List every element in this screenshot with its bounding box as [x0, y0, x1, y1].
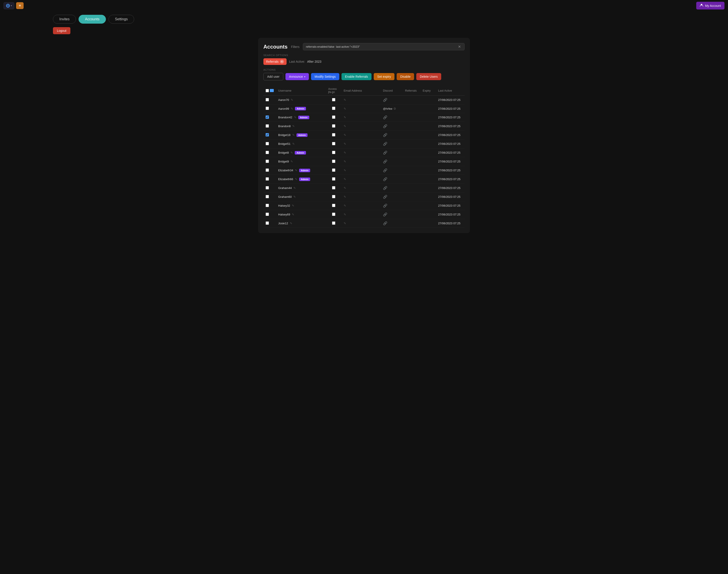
row-checkbox[interactable] — [266, 151, 269, 154]
tab-accounts[interactable]: Accounts — [79, 15, 106, 24]
username-edit-icon[interactable]: ✎ — [292, 213, 294, 216]
email-edit-icon[interactable]: ✎ — [344, 107, 346, 110]
expiry-cell — [420, 175, 436, 184]
discord-link-icon[interactable]: 🔗 — [383, 221, 388, 225]
access-checkbox[interactable] — [332, 124, 335, 128]
username-edit-icon[interactable]: ✎ — [291, 98, 293, 101]
access-checkbox[interactable] — [332, 221, 335, 225]
row-checkbox[interactable] — [266, 116, 269, 119]
discord-link-icon[interactable]: 🔗 — [383, 186, 388, 190]
access-checkbox[interactable] — [332, 107, 335, 110]
referrals-cell — [403, 105, 420, 113]
clear-filter-button[interactable]: ✕ — [457, 45, 462, 49]
email-edit-icon[interactable]: ✎ — [344, 222, 346, 225]
discord-link-icon[interactable]: 🔗 — [383, 168, 388, 172]
username-edit-icon[interactable]: ✎ — [293, 186, 296, 190]
username-edit-icon[interactable]: ✎ — [294, 116, 297, 119]
email-edit-icon[interactable]: ✎ — [344, 125, 346, 128]
email-edit-icon[interactable]: ✎ — [344, 195, 346, 199]
row-checkbox[interactable] — [266, 177, 269, 180]
tab-settings[interactable]: Settings — [108, 15, 134, 24]
username-edit-icon[interactable]: ✎ — [293, 195, 296, 199]
email-edit-icon[interactable]: ✎ — [344, 142, 346, 146]
email-edit-icon[interactable]: ✎ — [344, 204, 346, 207]
row-checkbox[interactable] — [266, 168, 269, 172]
email-edit-icon[interactable]: ✎ — [344, 177, 346, 181]
actions-row: Add user Announce ▾ Modify Settings Enab… — [263, 73, 465, 80]
email-edit-icon[interactable]: ✎ — [344, 116, 346, 119]
access-checkbox[interactable] — [332, 213, 335, 216]
my-account-button[interactable]: My Account — [696, 2, 724, 9]
access-checkbox[interactable] — [332, 204, 335, 207]
username-edit-icon[interactable]: ✎ — [290, 160, 293, 163]
discord-link-icon[interactable]: 🔗 — [383, 98, 388, 102]
email-edit-icon[interactable]: ✎ — [344, 133, 346, 137]
access-checkbox[interactable] — [332, 142, 335, 145]
discord-link-icon[interactable]: 🔗 — [383, 213, 388, 216]
set-expiry-button[interactable]: Set expiry — [374, 73, 395, 80]
tab-invites[interactable]: Invites — [53, 15, 76, 24]
email-edit-icon[interactable]: ✎ — [344, 186, 346, 190]
access-checkbox[interactable] — [332, 177, 335, 180]
username-edit-icon[interactable]: ✎ — [292, 133, 295, 137]
row-checkbox[interactable] — [266, 107, 269, 110]
discord-link-icon[interactable]: 🔗 — [383, 116, 388, 119]
discord-link-icon[interactable]: 🔗 — [383, 204, 388, 208]
row-checkbox[interactable] — [266, 98, 269, 101]
username-edit-icon[interactable]: ✎ — [292, 142, 295, 146]
username-edit-icon[interactable]: ✎ — [292, 125, 295, 128]
email-edit-icon[interactable]: ✎ — [344, 98, 346, 101]
username-edit-icon[interactable]: ✎ — [290, 222, 292, 225]
username-edit-icon[interactable]: ✎ — [292, 204, 294, 207]
row-checkbox[interactable] — [266, 160, 269, 163]
theme-toggle-button[interactable]: ☀ — [16, 2, 24, 9]
last-active-cell: 27/06/2023 07:25 — [436, 210, 465, 219]
referrals-tag-remove[interactable]: ✕ — [280, 59, 284, 64]
row-checkbox[interactable] — [266, 204, 269, 207]
row-checkbox[interactable] — [266, 213, 269, 216]
row-checkbox[interactable] — [266, 142, 269, 145]
filter-input[interactable] — [306, 45, 457, 48]
row-checkbox[interactable] — [266, 221, 269, 225]
delete-users-button[interactable]: Delete Users — [416, 73, 441, 80]
select-all-checkbox[interactable] — [266, 89, 269, 92]
row-checkbox[interactable] — [266, 186, 269, 190]
access-checkbox[interactable] — [332, 186, 335, 190]
username-cell: Bridget8✎Admin — [278, 151, 324, 155]
add-user-button[interactable]: Add user — [263, 73, 283, 80]
discord-link-icon[interactable]: 🔗 — [383, 160, 388, 163]
email-edit-icon[interactable]: ✎ — [344, 151, 346, 154]
access-checkbox[interactable] — [332, 133, 335, 136]
access-checkbox[interactable] — [332, 116, 335, 119]
username-edit-icon[interactable]: ✎ — [291, 107, 293, 110]
email-edit-icon[interactable]: ✎ — [344, 169, 346, 172]
discord-link-icon[interactable]: 🔗 — [383, 151, 388, 155]
disable-button[interactable]: Disable — [397, 73, 414, 80]
access-checkbox[interactable] — [332, 195, 335, 198]
access-checkbox[interactable] — [332, 160, 335, 163]
access-checkbox[interactable] — [332, 151, 335, 154]
row-checkbox[interactable] — [266, 124, 269, 128]
discord-link-icon[interactable]: 🔗 — [383, 142, 388, 146]
username-edit-icon[interactable]: ✎ — [290, 151, 293, 154]
username-edit-icon[interactable]: ✎ — [295, 169, 298, 172]
logout-button[interactable]: Logout — [53, 27, 71, 34]
access-checkbox[interactable] — [332, 98, 335, 101]
discord-settings-icon[interactable]: ⚙ — [393, 107, 396, 110]
username-edit-icon[interactable]: ✎ — [295, 177, 298, 181]
globe-button[interactable]: ▾ — [4, 2, 14, 9]
discord-link-icon[interactable]: 🔗 — [383, 124, 388, 128]
discord-link-icon[interactable]: 🔗 — [383, 133, 388, 137]
row-checkbox[interactable] — [266, 133, 269, 136]
enable-referrals-button[interactable]: Enable Referrals — [342, 73, 371, 80]
email-edit-icon[interactable]: ✎ — [344, 160, 346, 163]
modify-settings-button[interactable]: Modify Settings — [311, 73, 339, 80]
email-edit-icon[interactable]: ✎ — [344, 213, 346, 216]
discord-link-icon[interactable]: 🔗 — [383, 177, 388, 181]
last-active-cell: 27/06/2023 07:25 — [436, 113, 465, 122]
discord-link-icon[interactable]: 🔗 — [383, 195, 388, 199]
access-checkbox[interactable] — [332, 168, 335, 172]
username-text: Halsey32 — [278, 204, 290, 207]
row-checkbox[interactable] — [266, 195, 269, 198]
announce-button[interactable]: Announce ▾ — [285, 73, 309, 80]
